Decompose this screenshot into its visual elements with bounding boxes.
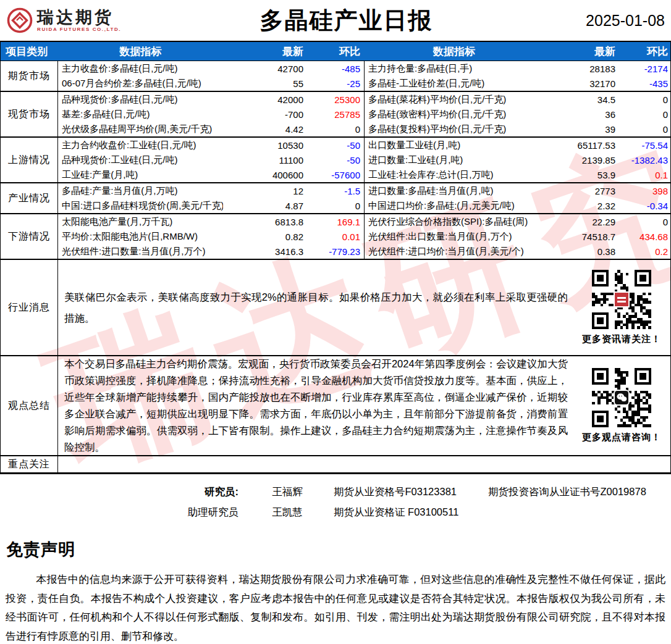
change-cell: -1.5 bbox=[310, 186, 364, 196]
disclaimer-title: 免责声明 bbox=[6, 538, 665, 561]
report-page: 瑞达研究 瑞达期货 RUIDA FUTURES CO.,LTD. 多晶硅产业日报… bbox=[0, 0, 671, 644]
change-cell: -779.23 bbox=[310, 246, 364, 257]
value-cell: 55 bbox=[223, 78, 310, 89]
report-title: 多晶硅产业日报 bbox=[145, 5, 547, 36]
qr-finder bbox=[592, 270, 609, 286]
qr-finder bbox=[592, 368, 609, 385]
indicator-cell: 出口数量工业硅(月,吨) bbox=[364, 138, 544, 153]
section-label: 重点关注 bbox=[1, 456, 58, 472]
value-cell: 34.5 bbox=[544, 94, 622, 105]
wechat-icon bbox=[614, 390, 630, 406]
indicator-cell: 基差:多晶硅(日,元/吨) bbox=[58, 109, 223, 120]
value-cell: 6813.8 bbox=[223, 217, 310, 227]
researcher-line: 助理研究员 王凯慧 期货从业资格证 F03100511 bbox=[0, 502, 671, 522]
table-row: 中国:进口多晶硅料现货价(周,美元/千克) 4.87 0 中国进口均价:多晶硅:… bbox=[58, 198, 671, 213]
column-header-latest-1: 最新 bbox=[223, 44, 310, 59]
section-label: 上游情况 bbox=[1, 138, 58, 182]
value-cell: 12 bbox=[223, 186, 310, 196]
change-cell: 0.1 bbox=[622, 170, 671, 180]
section-downstream: 下游情况 太阳能电池产量(月,万千瓦) 6813.8 169.1 光伏行业综合价… bbox=[1, 213, 670, 259]
indicator-cell: 中国:进口多晶硅料现货价(周,美元/千克) bbox=[58, 200, 223, 212]
indicator-cell: 多晶硅(菜花料)平均价(日,元/千克) bbox=[364, 92, 544, 107]
indicator-cell: 光伏组件:进口数量:当月值(月,万个) bbox=[58, 246, 223, 257]
change-cell: 0 bbox=[622, 94, 671, 105]
wechat-qr-code bbox=[592, 368, 651, 427]
section-label: 行业消息 bbox=[1, 260, 58, 355]
qr-finder bbox=[592, 411, 609, 427]
value-cell: 3416.3 bbox=[223, 246, 310, 257]
value-cell: 65117.53 bbox=[544, 140, 622, 151]
value-cell: 74518.7 bbox=[544, 232, 622, 242]
table-row: 多晶硅:产量:当月值(月,万吨) 12 -1.5 进口数量:多晶硅:当月值(月,… bbox=[58, 183, 671, 198]
data-table: 项目类别 数据指标 最新 环比 数据指标 最新 环比 期货市场 主力收盘价:多晶… bbox=[0, 41, 671, 474]
section-spot-market: 现货市场 品种现货价:多晶硅(日,元/吨) 42000 25300 多晶硅(菜花… bbox=[1, 91, 670, 136]
value-cell: 39 bbox=[544, 124, 622, 135]
column-header-change-2: 环比 bbox=[622, 44, 671, 59]
table-row: 平均价:太阳能电池片(日,RMB/W) 0.82 0.01 光伏组件:出口数量:… bbox=[58, 229, 671, 244]
change-cell: 0 bbox=[622, 124, 671, 135]
section-label: 下游情况 bbox=[1, 214, 58, 259]
change-cell: 398 bbox=[622, 186, 671, 196]
value-cell: 22.29 bbox=[544, 217, 622, 227]
change-cell: 0 bbox=[622, 217, 671, 227]
indicator-cell: 平均价:太阳能电池片(日,RMB/W) bbox=[58, 231, 223, 243]
research-qr-code bbox=[592, 270, 651, 329]
table-row: 光伏组件:进口数量:当月值(月,万个) 3416.3 -779.23 光伏组件:… bbox=[58, 244, 671, 259]
value-cell: 2.32 bbox=[544, 201, 622, 211]
indicator-cell: 多晶硅-工业硅价差(日,元/吨) bbox=[364, 76, 544, 91]
section-industry-news: 行业消息 美联储巴尔金表示，美联储高度致力于实现2%的通胀目标。如果价格压力加大… bbox=[1, 259, 670, 355]
researcher-name: 王凯慧 bbox=[241, 506, 334, 519]
indicator-cell: 品种现货价:工业硅(日,元/吨) bbox=[58, 154, 223, 166]
indicator-cell: 进口数量:多晶硅:当月值(月,吨) bbox=[364, 183, 544, 198]
indicator-cell: 主力合约收盘价:工业硅(日,元/吨) bbox=[58, 140, 223, 151]
change-cell: 0 bbox=[622, 109, 671, 120]
key-focus-content bbox=[58, 456, 670, 472]
indicator-cell: 多晶硅(致密料)平均价(日,元/千克) bbox=[364, 107, 544, 122]
table-row: 太阳能电池产量(月,万千瓦) 6813.8 169.1 光伏行业综合价格指数(S… bbox=[58, 214, 671, 229]
value-cell: 42000 bbox=[223, 94, 310, 105]
logo-text-cn: 瑞达期货 bbox=[37, 9, 121, 26]
change-cell: -50 bbox=[310, 140, 364, 151]
change-cell: -2174 bbox=[622, 64, 671, 74]
change-cell: 169.1 bbox=[310, 217, 364, 227]
change-cell: -50 bbox=[310, 155, 364, 165]
logo-text-en: RUIDA FUTURES CO.,LTD. bbox=[37, 27, 121, 32]
value-cell: 32170 bbox=[544, 78, 622, 89]
report-header: 瑞达期货 RUIDA FUTURES CO.,LTD. 多晶硅产业日报 2025… bbox=[0, 0, 671, 41]
qr-finder bbox=[635, 368, 651, 385]
table-row: 06-07月合约价差:多晶硅(日,元/吨) 55 -25 多晶硅-工业硅价差(日… bbox=[58, 76, 671, 91]
company-logo: 瑞达期货 RUIDA FUTURES CO.,LTD. bbox=[6, 7, 145, 34]
qr-finder bbox=[635, 270, 651, 286]
change-cell: -75.54 bbox=[622, 140, 671, 151]
table-row: 基差:多晶硅(日,元/吨) -700 25785 多晶硅(致密料)平均价(日,元… bbox=[58, 107, 671, 122]
column-header-category: 项目类别 bbox=[1, 44, 58, 59]
column-header-change-1: 环比 bbox=[310, 44, 364, 59]
table-row: 品种现货价:多晶硅(日,元/吨) 42000 25300 多晶硅(菜花料)平均价… bbox=[58, 92, 671, 107]
ruida-research-badge-icon bbox=[614, 291, 630, 307]
section-label: 产业情况 bbox=[1, 183, 58, 213]
report-date: 2025-01-08 bbox=[547, 12, 665, 30]
table-row: 主力收盘价:多晶硅(日,元/吨) 42700 -485 主力持仓量:多晶硅(日,… bbox=[58, 61, 671, 76]
indicator-cell: 主力收盘价:多晶硅(日,元/吨) bbox=[58, 63, 223, 75]
value-cell: 4.42 bbox=[223, 124, 310, 135]
section-summary: 观点总结 本个交易日多晶硅主力合约期价震荡。宏观面，央行货币政策委员会召开202… bbox=[1, 355, 670, 455]
indicator-cell: 工业硅:产量(月,吨) bbox=[58, 169, 223, 181]
change-cell: -485 bbox=[310, 64, 364, 74]
change-cell: -0.34 bbox=[622, 201, 671, 211]
industry-news-text: 美联储巴尔金表示，美联储高度致力于实现2%的通胀目标。如果价格压力加大，就必须在… bbox=[58, 260, 576, 355]
qr-caption: 更多资讯请关注！ bbox=[582, 333, 661, 345]
change-cell: 25300 bbox=[310, 94, 364, 105]
indicator-cell: 光伏行业综合价格指数(SPI):多晶硅(周) bbox=[364, 214, 544, 229]
value-cell: 2773 bbox=[544, 186, 622, 196]
change-cell: 0.01 bbox=[310, 232, 364, 242]
change-cell: -25 bbox=[310, 78, 364, 89]
researcher-label: 助理研究员 bbox=[0, 506, 241, 519]
researcher-cert: 期货投资咨询从业证书号Z0019878 bbox=[488, 485, 671, 499]
value-cell: 36 bbox=[544, 109, 622, 120]
table-header-row: 项目类别 数据指标 最新 环比 数据指标 最新 环比 bbox=[1, 41, 670, 61]
disclaimer-body: 本报告中的信息均来源于公开可获得资料，瑞达期货股份有限公司力求准确可靠，但对这些… bbox=[6, 571, 665, 644]
researcher-name: 王福辉 bbox=[241, 485, 334, 499]
column-header-indicator-1: 数据指标 bbox=[58, 44, 223, 59]
value-cell: 4.87 bbox=[223, 201, 310, 211]
indicator-cell: 太阳能电池产量(月,万千瓦) bbox=[58, 216, 223, 228]
